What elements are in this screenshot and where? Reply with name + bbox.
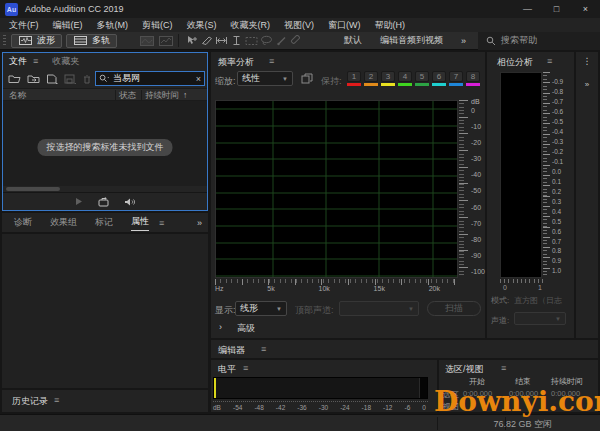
clear-search-icon[interactable]: × <box>196 74 201 84</box>
menu-item[interactable]: 多轨(M) <box>90 19 136 32</box>
menu-item[interactable]: 文件(F) <box>2 19 46 32</box>
menu-item[interactable]: 效果(S) <box>180 19 224 32</box>
new-item-icon[interactable] <box>46 74 58 84</box>
hold-button[interactable]: 5 <box>415 71 429 86</box>
tab-markers[interactable]: 标记 <box>95 216 113 229</box>
hold-button[interactable]: 7 <box>449 71 463 86</box>
tab-effects-rack[interactable]: 效果组 <box>50 216 77 229</box>
time-selection-tool-icon[interactable] <box>229 34 244 48</box>
tab-favorites[interactable]: 收藏夹 <box>52 55 79 68</box>
tabs-overflow-icon[interactable]: » <box>197 218 202 228</box>
phase-panel-menu-icon[interactable]: ≡ <box>547 56 552 66</box>
minimize-button[interactable]: — <box>513 0 542 18</box>
selection-panel-title[interactable]: 选区/视图 <box>445 363 484 376</box>
phase-graph[interactable] <box>500 72 542 278</box>
tab-files[interactable]: 文件 <box>9 55 27 68</box>
level-scale-label: -54 <box>233 404 242 411</box>
close-button[interactable]: × <box>571 0 600 18</box>
db-tick-label: -70 <box>471 220 485 227</box>
save-icon[interactable] <box>64 74 76 84</box>
advanced-chevron-icon[interactable]: › <box>219 322 222 332</box>
menu-item[interactable]: 剪辑(C) <box>135 19 180 32</box>
help-search-input[interactable]: 搜索帮助 <box>478 32 600 50</box>
import-file-icon[interactable] <box>27 74 40 84</box>
razor-tool-icon[interactable] <box>199 34 214 48</box>
trash-icon[interactable] <box>82 74 92 84</box>
dock-expand-icon[interactable]: » <box>576 80 598 89</box>
workspace-edit-av-button[interactable]: 编辑音频到视频 <box>380 34 443 47</box>
spectral-pitch-icon[interactable] <box>158 34 173 48</box>
level-scale-label: -12 <box>383 404 392 411</box>
frequency-graph[interactable] <box>215 100 458 278</box>
toolbar-grip[interactable] <box>3 35 6 47</box>
workspace-default-button[interactable]: 默认 <box>344 34 362 47</box>
advanced-toggle[interactable]: 高级 <box>237 322 255 335</box>
menu-item[interactable]: 视图(V) <box>277 19 321 32</box>
hold-button-number: 2 <box>364 71 378 82</box>
search-icon <box>486 36 496 46</box>
tab-properties[interactable]: 属性 <box>131 215 149 231</box>
phase-tick-label: 0.3 <box>552 199 563 206</box>
loop-playback-icon[interactable] <box>98 197 109 207</box>
spectral-frequency-icon[interactable] <box>139 34 154 48</box>
db-ruler-major-ticks <box>459 100 468 278</box>
hold-button[interactable]: 4 <box>398 71 412 86</box>
auto-play-speaker-icon[interactable] <box>124 197 135 207</box>
hold-button[interactable]: 2 <box>364 71 378 86</box>
copy-graph-icon[interactable] <box>301 73 313 85</box>
paintbrush-tool-icon[interactable] <box>274 34 289 48</box>
editor-panel: 编辑器 ≡ <box>211 340 598 358</box>
spot-healing-brush-icon[interactable] <box>289 34 304 48</box>
hold-button[interactable]: 8 <box>466 71 480 86</box>
hold-button[interactable]: 3 <box>381 71 395 86</box>
phase-tick-label: -0.5 <box>552 119 563 126</box>
phase-panel-title[interactable]: 相位分析 <box>497 56 533 69</box>
display-dropdown[interactable]: 线形▼ <box>235 301 287 316</box>
levels-panel-menu-icon[interactable]: ≡ <box>243 363 248 373</box>
level-scale-label: dB <box>213 404 221 411</box>
menu-item[interactable]: 帮助(H) <box>368 19 413 32</box>
history-panel-title[interactable]: 历史记录 <box>12 395 48 408</box>
phase-tick-label: 1.0 <box>552 268 563 275</box>
dock-menu-icon[interactable]: ⋮ <box>576 56 598 66</box>
properties-panel-menu-icon[interactable]: ≡ <box>159 218 164 228</box>
sort-arrow-icon[interactable]: ↑ <box>183 90 187 100</box>
level-meter-endcap <box>419 378 427 398</box>
tab-diagnostics[interactable]: 诊断 <box>14 216 32 229</box>
phase-tick-label: 0.0 <box>552 169 563 176</box>
menu-item[interactable]: 编辑(E) <box>46 19 90 32</box>
menu-bar: 文件(F)编辑(E)多轨(M)剪辑(C)效果(S)收藏夹(R)视图(V)窗口(W… <box>0 18 600 32</box>
editor-panel-title[interactable]: 编辑器 <box>218 344 245 357</box>
play-icon[interactable] <box>75 197 83 206</box>
title-bar: Au Adobe Audition CC 2019 — □ × <box>0 0 600 18</box>
frequency-panel-menu-icon[interactable]: ≡ <box>269 56 274 66</box>
db-tick-label: 0 <box>471 107 485 114</box>
slip-tool-icon[interactable] <box>214 34 229 48</box>
display-label: 显示: <box>215 304 236 317</box>
phase-tick-label: 0.7 <box>552 239 563 246</box>
multitrack-view-button[interactable]: 多轨 <box>66 34 117 48</box>
editor-panel-menu-icon[interactable]: ≡ <box>261 344 266 354</box>
waveform-view-button[interactable]: 波形 <box>11 34 62 48</box>
marquee-selection-tool-icon[interactable] <box>244 34 259 48</box>
menu-item[interactable]: 窗口(W) <box>321 19 368 32</box>
history-panel-menu-icon[interactable]: ≡ <box>54 395 59 405</box>
levels-panel-title[interactable]: 电平 <box>218 363 236 376</box>
hold-color-bar <box>398 83 412 86</box>
open-file-icon[interactable] <box>8 74 21 84</box>
move-tool-icon[interactable] <box>184 34 199 48</box>
files-search-input[interactable]: 当易网 × <box>95 71 205 86</box>
hold-color-bar <box>449 83 463 86</box>
scale-dropdown[interactable]: 线性▼ <box>237 71 293 86</box>
files-panel-menu-icon[interactable]: ≡ <box>33 56 38 66</box>
db-tick-label: -30 <box>471 155 485 162</box>
lasso-selection-tool-icon[interactable] <box>259 34 274 48</box>
menu-item[interactable]: 收藏夹(R) <box>224 19 278 32</box>
maximize-button[interactable]: □ <box>542 0 571 18</box>
frequency-panel-title[interactable]: 频率分析 <box>218 56 254 69</box>
workspace-overflow-button[interactable]: » <box>461 36 466 46</box>
hold-button[interactable]: 1 <box>347 71 361 86</box>
hold-button[interactable]: 6 <box>432 71 446 86</box>
scrollbar-thumb[interactable] <box>6 187 60 191</box>
selection-panel-menu-icon[interactable]: ≡ <box>501 363 506 373</box>
